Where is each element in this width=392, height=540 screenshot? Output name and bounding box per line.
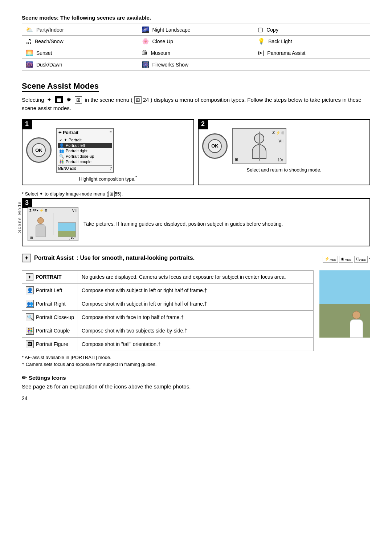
- portrait-label-5: 👫 Portrait Couple: [26, 327, 74, 335]
- portrait-row-closeup: 🔍 Portrait Close-up Compose shot with fa…: [22, 310, 314, 324]
- step-2-dpad: OK: [202, 133, 228, 159]
- vf-icons: Z ⚡ ⊞: [272, 130, 284, 135]
- menu-exit: MENU Exit: [58, 166, 76, 170]
- portrait-row-couple: 👫 Portrait Couple Compose shot with two …: [22, 324, 314, 337]
- portrait-row-right: 👥 Portrait Right Compose shot with subje…: [22, 297, 314, 310]
- dusk-dawn-label: Dusk/Dawn: [36, 62, 62, 68]
- menu-item-1: ✓ ✦ Portrait: [58, 137, 112, 143]
- scene-night-landscape: 🌌 Night Landscape: [138, 24, 254, 36]
- menu-icon-6: 👫: [59, 160, 64, 164]
- close-up-label: Close Up: [152, 39, 173, 44]
- museum-label: Museum: [151, 50, 171, 56]
- step-3-text: Take pictures. If framing guides are dis…: [83, 220, 283, 228]
- setting-icon-flash: ⚡OFF: [323, 256, 338, 263]
- portrait-closeup-text: Portrait Close-up: [36, 314, 74, 320]
- scene-back-light: 💡 Back Light: [254, 36, 370, 47]
- sidebar-label: Scene Mode: [17, 201, 22, 233]
- vf-icon-flash: ⚡: [276, 131, 280, 135]
- menu-icon-5: 🔍: [59, 154, 64, 159]
- intro-text-3: ) displays a menu of composition types. …: [22, 97, 362, 111]
- party-indoor-icon: ⛅: [26, 26, 33, 33]
- vf-right-icons: VII: [279, 139, 283, 143]
- icon-black-square: ◼: [55, 96, 63, 103]
- scene-party-indoor: ⛅ Party/Indoor: [22, 24, 138, 36]
- scene-modes-table: ⛅ Party/Indoor 🌌 Night Landscape ▢ Copy …: [22, 24, 370, 70]
- settings-icons-desc: See page 26 for an explanation of the ic…: [22, 383, 370, 390]
- setting-asterisk: *: [369, 257, 370, 261]
- portrait-label-4: 🔍 Portrait Close-up: [26, 313, 74, 321]
- portrait-couple-icon: 👫: [26, 327, 34, 335]
- menu-icon-4: 👥: [59, 149, 64, 153]
- scene-copy: ▢ Copy: [254, 24, 370, 36]
- menu-item-3: 👤 Portrait left: [58, 143, 112, 148]
- settings-icons-header: Settings Icons: [22, 374, 370, 381]
- vf-icon-grid: ⊞: [281, 131, 284, 135]
- footnote1-icon: ⊞: [108, 191, 115, 197]
- s3vf-z: Z: [29, 209, 32, 212]
- fireworks-icon: 🎆: [142, 61, 149, 68]
- vf-icon-z: Z: [272, 130, 275, 135]
- menu-title: ✦ Portrait ≡: [58, 130, 112, 136]
- portrait-mode-icon: ✦: [26, 273, 33, 281]
- step-3-viewfinder: Z FF● ⚡ ⊞ VII [ 10↑ ⊞: [28, 207, 78, 241]
- s3-body: [36, 224, 46, 237]
- intro-text-1: Selecting: [22, 97, 44, 103]
- sunset-icon: 🌅: [26, 49, 33, 56]
- scene-museum: 🏛 Museum: [138, 47, 254, 59]
- portrait-couple-text: Portrait Couple: [36, 328, 70, 334]
- step-2-caption: Select and return to shooting mode.: [247, 167, 322, 173]
- ok-button-2: OK: [208, 139, 222, 153]
- s3vf-grid: ⊞: [45, 209, 48, 212]
- portrait-mode-text: PORTRAIT: [36, 274, 62, 280]
- party-indoor-label: Party/Indoor: [36, 27, 64, 33]
- portrait-cell-label-6: 🖼 Portrait Figure: [22, 337, 78, 351]
- step-2-viewfinder: Z ⚡ ⊞ VII ⊞ 10↑: [232, 128, 286, 164]
- portrait-table: ✦ PORTRAIT No guides are displayed. Came…: [22, 270, 314, 351]
- copy-label: Copy: [266, 27, 278, 33]
- footnote-step12: * Select ✦ to display image-mode menu (⊞…: [22, 191, 370, 197]
- step-1-box: 1 OK ✦ Portrait ≡ ✓ ✦ Portrait: [22, 119, 194, 185]
- intro-menu-icon: ⊞: [134, 96, 142, 104]
- sample-photo-person: [350, 311, 363, 338]
- portrait-icon-menu: ✦: [58, 130, 62, 135]
- night-landscape-label: Night Landscape: [152, 27, 191, 33]
- portrait-cell-label-1: ✦ PORTRAIT: [22, 270, 78, 283]
- portrait-assist-title: Portrait Assist: [34, 255, 74, 261]
- steps-row-1-2: 1 OK ✦ Portrait ≡ ✓ ✦ Portrait: [22, 119, 370, 185]
- menu-scroll: ≡: [110, 130, 112, 134]
- footnote1-text: * Select ✦ to display image-mode menu (: [22, 191, 108, 197]
- step-1-number: 1: [22, 119, 32, 129]
- footnote1-page: 55: [115, 191, 120, 197]
- s3vf-right: VII: [72, 209, 77, 213]
- step-2-content: OK Z ⚡ ⊞ VII ⊞ 10↑: [202, 128, 366, 164]
- step-2-box: 2 OK Z ⚡ ⊞ VII ⊞ 10↑: [198, 119, 370, 185]
- step-1-caption-text: Highlight composition type.: [79, 176, 135, 182]
- icon-portrait: ✦: [47, 97, 52, 103]
- portrait-row-portrait: ✦ PORTRAIT No guides are displayed. Came…: [22, 270, 314, 283]
- portrait-left-text: Portrait Left: [36, 287, 62, 293]
- step-1-caption: Highlight composition type.*: [79, 176, 137, 182]
- menu-icon-3: 👤: [59, 143, 64, 148]
- sp-body: [350, 319, 363, 338]
- portrait-figure-icon: 🖼: [26, 340, 34, 348]
- fireworks-label: Fireworks Show: [152, 62, 189, 68]
- intro-page: 24: [143, 97, 149, 103]
- menu-item-6: 👫 Portrait couple: [58, 159, 112, 165]
- setting-icon-stab: ⊟OFF: [354, 256, 368, 263]
- scene-modes-header: Scene modes: The following scenes are av…: [22, 15, 370, 21]
- portrait-label-2: 👤 Portrait Left: [26, 286, 74, 294]
- s3vf-icons: Z FF● ⚡ ⊞: [29, 209, 48, 212]
- portrait-row-left: 👤 Portrait Left Compose shot with subjec…: [22, 283, 314, 297]
- vf-bottom-left: ⊞: [235, 157, 238, 162]
- portrait-left-icon: 👤: [26, 286, 34, 294]
- settings-icons-section: Settings Icons See page 26 for an explan…: [22, 374, 370, 390]
- back-light-label: Back Light: [268, 39, 292, 44]
- menu-exit-row: MENU Exit ?: [58, 165, 112, 170]
- scene-empty: [254, 59, 370, 70]
- panorama-icon: ⊳|: [258, 49, 264, 56]
- scene-fireworks: 🎆 Fireworks Show: [138, 59, 254, 70]
- intro-text-2: in the scene menu (: [85, 97, 133, 103]
- s3-person: [36, 217, 46, 237]
- vf-bottom: 10↑: [278, 158, 283, 162]
- settings-icons-top: ⚡OFF ◉OFF ⊟OFF *: [323, 256, 370, 263]
